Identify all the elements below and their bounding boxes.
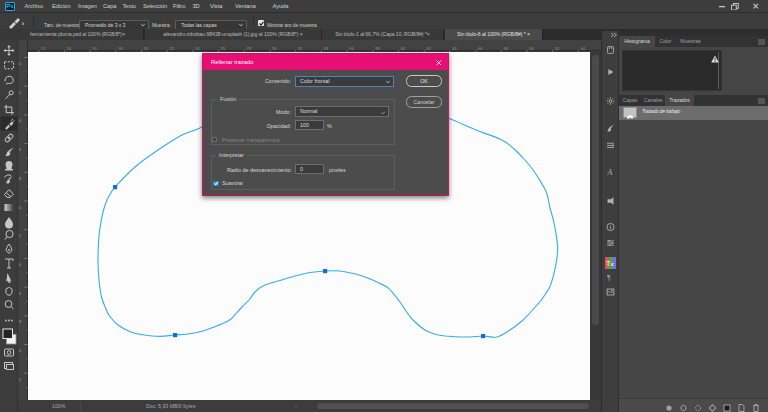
svg-text:18: 18	[118, 46, 123, 51]
svg-text:50: 50	[529, 46, 534, 51]
svg-text:26: 26	[221, 46, 226, 51]
svg-text:42: 42	[426, 46, 431, 51]
svg-text:28: 28	[246, 46, 251, 51]
svg-text:6: 6	[19, 147, 22, 152]
svg-text:38: 38	[375, 46, 380, 51]
svg-text:2: 2	[19, 377, 22, 382]
svg-text:¶: ¶	[607, 274, 611, 281]
svg-text:12: 12	[41, 46, 46, 51]
svg-text:8: 8	[19, 319, 22, 324]
svg-text:14: 14	[66, 46, 71, 51]
svg-text:6: 6	[19, 291, 22, 296]
svg-text:0: 0	[19, 348, 22, 353]
svg-text:20: 20	[144, 46, 149, 51]
svg-text:54: 54	[580, 46, 585, 51]
svg-text:40: 40	[401, 46, 406, 51]
svg-text:32: 32	[298, 46, 303, 51]
svg-text:16: 16	[92, 46, 97, 51]
svg-text:52: 52	[555, 46, 560, 51]
svg-text:36: 36	[349, 46, 354, 51]
svg-text:A: A	[607, 168, 613, 177]
svg-text:34: 34	[323, 46, 328, 51]
svg-text:2: 2	[19, 90, 22, 95]
svg-text:T: T	[606, 260, 611, 267]
svg-text:24: 24	[195, 46, 200, 51]
svg-text:22: 22	[169, 46, 174, 51]
svg-text:2: 2	[19, 233, 22, 238]
svg-text:0: 0	[19, 205, 22, 210]
svg-text:8: 8	[19, 176, 22, 181]
svg-text:46: 46	[478, 46, 483, 51]
svg-text:0: 0	[19, 61, 22, 66]
svg-text:4: 4	[19, 262, 22, 267]
svg-text:48: 48	[503, 46, 508, 51]
svg-text:30: 30	[272, 46, 277, 51]
svg-text:4: 4	[19, 118, 22, 123]
svg-text:44: 44	[452, 46, 457, 51]
